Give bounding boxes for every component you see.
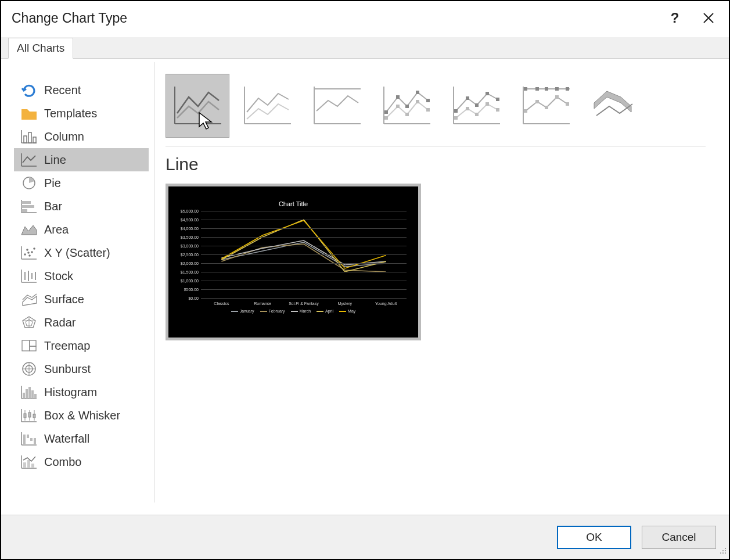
sidebar-item-stock[interactable]: Stock (14, 264, 149, 288)
svg-rect-92 (454, 116, 458, 120)
svg-rect-42 (23, 393, 25, 399)
subtype-100-stacked-line[interactable] (305, 74, 369, 138)
sidebar-item-label: Recent (44, 84, 81, 97)
svg-rect-104 (566, 87, 569, 91)
dialog-title: Change Chart Type (12, 10, 127, 26)
svg-rect-84 (426, 108, 430, 112)
sidebar-item-pie[interactable]: Pie (14, 171, 149, 195)
svg-rect-6 (33, 137, 36, 143)
svg-rect-90 (486, 92, 489, 95)
sidebar-item-label: Radar (44, 316, 75, 329)
combo-icon (19, 454, 39, 470)
column-icon (19, 128, 39, 145)
surface-icon (19, 291, 39, 307)
sidebar-item-label: Box & Whisker (44, 409, 120, 422)
sidebar-item-label: Sunburst (44, 362, 91, 376)
svg-rect-107 (545, 106, 548, 109)
sidebar-item-scatter[interactable]: X Y (Scatter) (14, 241, 149, 264)
svg-rect-35 (30, 346, 36, 351)
svg-rect-65 (31, 464, 34, 468)
sidebar-item-radar[interactable]: Radar (14, 311, 149, 334)
selected-subtype-title: Line (166, 155, 706, 174)
box-whisker-icon (19, 407, 39, 423)
sidebar-item-line[interactable]: Line (14, 148, 149, 171)
radar-icon (19, 314, 39, 331)
svg-point-112 (725, 550, 726, 551)
svg-point-22 (27, 252, 30, 254)
chart-preview-title: Chart Title (175, 200, 411, 207)
sidebar-item-label: Treemap (44, 339, 90, 353)
sidebar-item-label: Combo (44, 455, 81, 469)
subtype-line[interactable] (166, 74, 229, 138)
svg-rect-100 (524, 87, 527, 91)
svg-rect-79 (426, 99, 430, 102)
cancel-button[interactable]: Cancel (642, 526, 716, 549)
svg-rect-80 (384, 116, 388, 120)
svg-rect-109 (566, 102, 569, 106)
svg-rect-87 (454, 109, 458, 113)
svg-point-110 (725, 548, 726, 549)
svg-rect-94 (475, 113, 479, 116)
sidebar-item-box-whisker[interactable]: Box & Whisker (14, 404, 149, 427)
subtype-3d-line[interactable] (584, 74, 648, 138)
area-icon (19, 221, 39, 238)
ok-button[interactable]: OK (557, 526, 631, 549)
resize-grip[interactable] (719, 547, 727, 557)
svg-point-115 (725, 552, 726, 554)
svg-rect-91 (496, 98, 499, 101)
sidebar-item-label: Histogram (44, 386, 97, 399)
sidebar-item-label: Pie (44, 177, 61, 190)
sidebar-item-templates[interactable]: Templates (14, 102, 149, 125)
subtype-line-with-markers[interactable] (375, 74, 438, 138)
svg-rect-5 (28, 132, 31, 143)
sidebar-item-surface[interactable]: Surface (14, 288, 149, 311)
svg-rect-64 (27, 460, 30, 468)
chart-legend: JanuaryFebruaryMarchAprilMay (175, 309, 411, 313)
svg-point-113 (720, 552, 721, 554)
scatter-icon (19, 245, 39, 261)
sidebar-item-label: Waterfall (44, 432, 89, 446)
svg-rect-33 (22, 340, 30, 351)
svg-rect-13 (21, 205, 34, 208)
sidebar-item-sunburst[interactable]: Sunburst (14, 357, 149, 380)
svg-rect-4 (24, 136, 27, 143)
sunburst-icon (19, 361, 39, 377)
svg-rect-108 (555, 95, 559, 99)
sidebar-item-bar[interactable]: Bar (14, 195, 149, 218)
tabstrip: All Charts (1, 37, 729, 59)
waterfall-icon (19, 430, 39, 447)
sidebar-item-area[interactable]: Area (14, 218, 149, 241)
sidebar-item-label: Stock (44, 270, 73, 283)
sidebar-item-histogram[interactable]: Histogram (14, 380, 149, 404)
content-panel: Line Chart Title $0.00$500.00$1,000.00$1… (155, 59, 729, 506)
dialog-footer: OK Cancel (1, 515, 729, 559)
svg-point-18 (26, 249, 28, 251)
sidebar-item-recent[interactable]: Recent (14, 78, 149, 102)
svg-rect-45 (31, 390, 34, 399)
help-button[interactable]: ? (666, 9, 684, 27)
svg-point-17 (24, 253, 26, 256)
tab-all-charts[interactable]: All Charts (8, 38, 73, 59)
chart-subtype-row (166, 74, 706, 146)
sidebar-item-treemap[interactable]: Treemap (14, 334, 149, 357)
chart-x-axis: ClassicsRomanceSci-Fi & FantasyMysteryYo… (201, 301, 407, 306)
subtype-100-stacked-line-with-markers[interactable] (514, 74, 578, 138)
svg-rect-101 (535, 87, 539, 91)
chart-preview[interactable]: Chart Title $0.00$500.00$1,000.00$1,500.… (166, 184, 421, 340)
close-button[interactable] (700, 9, 717, 27)
svg-rect-12 (21, 201, 31, 204)
cursor-icon (197, 112, 214, 132)
svg-rect-82 (405, 113, 409, 116)
sidebar-item-combo[interactable]: Combo (14, 450, 149, 473)
chart-plot-area: $0.00$500.00$1,000.00$1,500.00$2,000.00$… (201, 211, 407, 298)
sidebar-item-label: X Y (Scatter) (44, 246, 110, 260)
sidebar-item-label: Surface (44, 293, 84, 306)
svg-point-111 (722, 550, 724, 551)
sidebar-item-waterfall[interactable]: Waterfall (14, 427, 149, 450)
sidebar-item-column[interactable]: Column (14, 125, 149, 148)
svg-rect-60 (34, 438, 36, 445)
subtype-stacked-line-with-markers[interactable] (444, 74, 508, 138)
svg-rect-96 (496, 108, 499, 112)
svg-rect-59 (30, 438, 33, 441)
subtype-stacked-line[interactable] (235, 74, 299, 138)
